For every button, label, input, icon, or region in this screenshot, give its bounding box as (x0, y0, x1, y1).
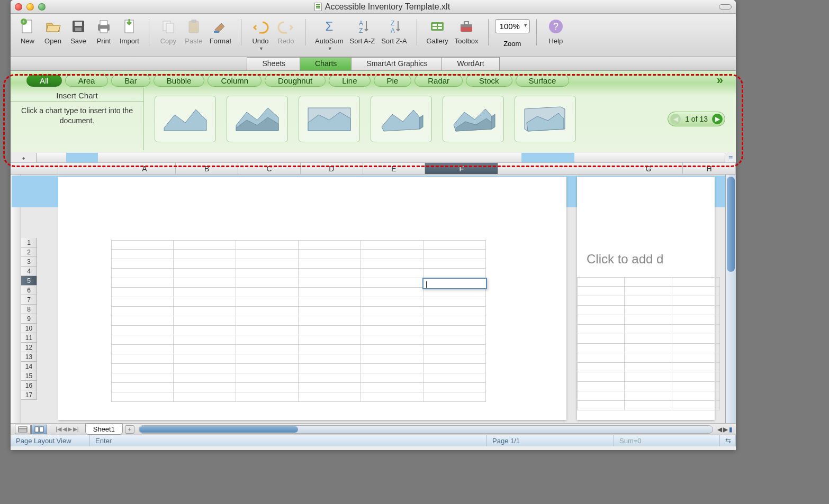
close-window-button[interactable] (15, 3, 22, 11)
cell[interactable] (236, 335, 299, 345)
cell[interactable] (577, 315, 625, 325)
chart-category-line[interactable]: Line (329, 75, 370, 87)
cell[interactable] (174, 259, 236, 269)
cell[interactable] (111, 316, 174, 326)
zoom-select[interactable]: 100% (495, 19, 530, 33)
cell[interactable] (423, 335, 486, 345)
cell[interactable] (672, 344, 720, 353)
cell[interactable] (174, 373, 236, 383)
vertical-scroll-thumb[interactable] (727, 177, 735, 272)
cell[interactable] (577, 401, 625, 410)
add-sheet-button[interactable]: + (125, 425, 134, 434)
cell[interactable] (423, 297, 486, 307)
chart-category-radar[interactable]: Radar (414, 75, 463, 87)
chart-thumb-area-3d-100[interactable] (515, 96, 576, 142)
cell[interactable] (625, 325, 672, 334)
row-header-14[interactable]: 14 (21, 362, 37, 371)
chart-category-all[interactable]: All (26, 75, 62, 87)
cell[interactable] (672, 277, 720, 287)
cell[interactable] (111, 364, 174, 373)
cell[interactable] (423, 373, 486, 383)
cell[interactable] (174, 326, 236, 335)
cell[interactable] (236, 307, 299, 316)
cell[interactable] (299, 354, 361, 364)
format-button[interactable]: Format (206, 17, 235, 45)
row-header-17[interactable]: 17 (21, 390, 37, 400)
help-button[interactable]: ? Help (543, 17, 569, 45)
cell[interactable] (236, 278, 299, 288)
cell[interactable] (672, 334, 720, 344)
cell[interactable] (423, 392, 486, 402)
row-header-7[interactable]: 7 (21, 295, 37, 305)
row-header-13[interactable]: 13 (21, 352, 37, 362)
cell[interactable] (672, 306, 720, 315)
cell[interactable] (111, 288, 174, 297)
page-layout-view-button[interactable] (31, 425, 47, 434)
cell[interactable] (111, 383, 174, 392)
cell[interactable] (299, 278, 361, 288)
cell-grid-2[interactable] (577, 277, 720, 410)
cell[interactable] (625, 382, 672, 391)
cell[interactable] (625, 315, 672, 325)
cell[interactable] (577, 277, 625, 287)
cell[interactable] (361, 383, 423, 392)
import-button[interactable]: Import (116, 17, 142, 45)
chart-thumb-area-stacked[interactable] (227, 96, 288, 142)
cell[interactable] (236, 364, 299, 373)
gallery-tab-charts[interactable]: Charts (300, 57, 352, 70)
cell[interactable] (111, 354, 174, 364)
cell[interactable] (299, 250, 361, 259)
pager-next-button[interactable]: ▶ (712, 114, 723, 124)
cell[interactable] (236, 250, 299, 259)
save-button[interactable]: Save (66, 17, 91, 45)
cell[interactable] (672, 287, 720, 296)
cell[interactable] (361, 326, 423, 335)
cell[interactable] (361, 345, 423, 354)
cell[interactable] (625, 401, 672, 410)
column-header-H[interactable]: H (683, 163, 736, 174)
cell[interactable] (361, 240, 423, 250)
cell[interactable] (672, 363, 720, 372)
cell[interactable] (625, 287, 672, 296)
cell[interactable] (625, 344, 672, 353)
sort-az-button[interactable]: AZ Sort A-Z (347, 17, 379, 45)
cell[interactable] (236, 383, 299, 392)
chart-category-pie[interactable]: Pie (374, 75, 412, 87)
cell[interactable] (111, 278, 174, 288)
cell[interactable] (672, 372, 720, 382)
cell[interactable] (111, 335, 174, 345)
cell[interactable] (672, 315, 720, 325)
cell[interactable] (361, 316, 423, 326)
new-button[interactable]: + New (15, 17, 40, 45)
chart-category-stock[interactable]: Stock (466, 75, 512, 87)
cell[interactable] (625, 306, 672, 315)
ruler-collapse-button[interactable]: ⬥ (11, 154, 36, 161)
cell[interactable] (672, 296, 720, 306)
active-cell-editor[interactable]: | (422, 278, 487, 289)
sheet-prev-button[interactable]: ◀ (62, 426, 67, 433)
cell[interactable] (299, 297, 361, 307)
cell[interactable] (577, 325, 625, 334)
cell[interactable] (111, 307, 174, 316)
cell[interactable] (174, 278, 236, 288)
chart-category-bubble[interactable]: Bubble (154, 75, 205, 87)
cell[interactable] (299, 345, 361, 354)
cell[interactable] (236, 392, 299, 402)
minimize-window-button[interactable] (26, 3, 34, 11)
column-header-G[interactable]: G (615, 163, 683, 174)
chart-category-doughnut[interactable]: Doughnut (265, 75, 326, 87)
cell[interactable] (111, 326, 174, 335)
status-sum[interactable]: Sum=0 (614, 435, 720, 446)
cell[interactable] (111, 345, 174, 354)
header-placeholder[interactable]: Click to add d (587, 252, 663, 267)
toolbox-button[interactable]: Toolbox (452, 17, 482, 45)
cell[interactable] (625, 277, 672, 287)
hscroll-right-button[interactable]: ▶ (723, 426, 728, 433)
cell[interactable] (423, 354, 486, 364)
cell[interactable] (236, 259, 299, 269)
cell[interactable] (299, 364, 361, 373)
sheet-first-button[interactable]: |◀ (56, 426, 61, 433)
cell[interactable] (361, 250, 423, 259)
row-header-8[interactable]: 8 (21, 305, 37, 314)
cell[interactable] (111, 240, 174, 250)
